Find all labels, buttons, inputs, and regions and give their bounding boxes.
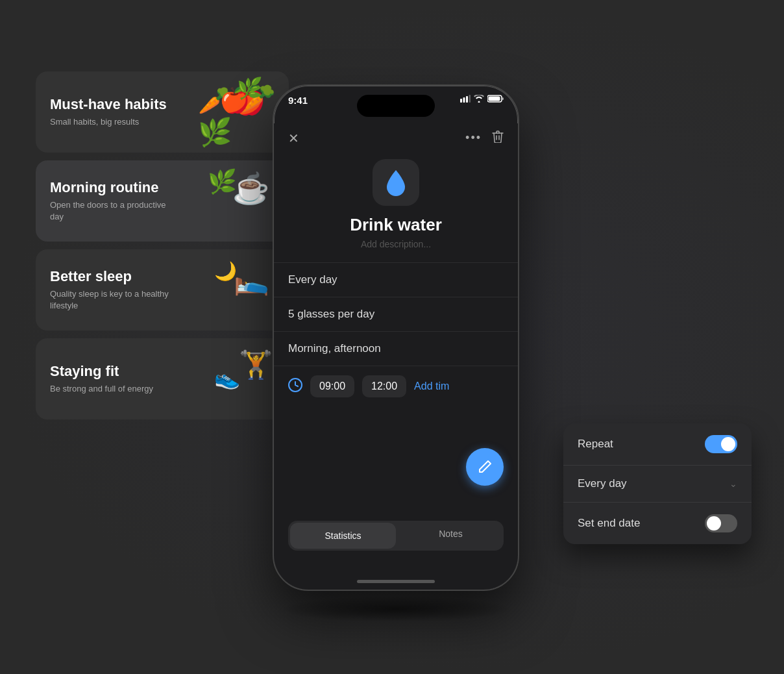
svg-rect-2 <box>466 96 468 103</box>
card-title-1: Must-have habits <box>50 96 198 113</box>
dynamic-island <box>357 95 435 117</box>
card-text-3: Better sleep Quality sleep is key to a h… <box>50 268 198 312</box>
end-date-toggle[interactable] <box>705 514 737 532</box>
phone-nav: ✕ ••• <box>274 123 518 146</box>
svg-rect-6 <box>489 97 500 101</box>
popup-every-day-row[interactable]: Every day ⌄ <box>563 466 752 503</box>
every-day-value: ⌄ <box>729 479 737 489</box>
phone-shadow <box>279 596 513 622</box>
add-time-button[interactable]: Add tim <box>414 381 449 392</box>
phone-frame: 9:41 <box>273 84 519 591</box>
card-morning-routine[interactable]: Morning routine Open the doors to a prod… <box>36 160 289 242</box>
trash-button[interactable] <box>492 130 504 146</box>
battery-icon <box>487 95 504 105</box>
card-text-4: Staying fit Be strong and full of energy <box>50 363 198 395</box>
card-subtitle-4: Be strong and full of energy <box>50 383 180 395</box>
svg-rect-5 <box>502 97 504 100</box>
every-day-label: Every day <box>578 477 627 490</box>
card-image-4: 🏋️ 👟 <box>198 351 276 406</box>
card-title-2: Morning routine <box>50 179 198 196</box>
card-subtitle-2: Open the doors to a productive day <box>50 199 180 223</box>
repeat-popup: Repeat Every day ⌄ Set end date <box>563 423 752 544</box>
end-date-label: Set end date <box>578 517 640 530</box>
popup-end-date-row: Set end date <box>563 503 752 544</box>
habit-name: Drink water <box>350 215 442 235</box>
phone-tabs: Statistics Notes <box>288 521 504 551</box>
status-icons <box>460 95 504 105</box>
svg-rect-0 <box>460 99 462 103</box>
tab-statistics[interactable]: Statistics <box>290 523 396 549</box>
toggle-knob-off <box>707 516 721 530</box>
nav-actions: ••• <box>465 130 504 146</box>
signal-icon <box>460 95 471 105</box>
card-text-2: Morning routine Open the doors to a prod… <box>50 179 198 223</box>
card-title-4: Staying fit <box>50 363 198 380</box>
repeat-label: Repeat <box>578 438 613 451</box>
time-chip-2[interactable]: 12:00 <box>362 375 406 397</box>
goal-row[interactable]: 5 glasses per day <box>274 297 518 331</box>
chevron-down-icon: ⌄ <box>729 479 737 489</box>
card-subtitle-1: Small habits, big results <box>50 116 180 128</box>
time-of-day-row[interactable]: Morning, afternoon <box>274 331 518 366</box>
card-must-have-habits[interactable]: Must-have habits Small habits, big resul… <box>36 71 289 153</box>
time-row[interactable]: 09:00 12:00 Add tim <box>274 366 518 406</box>
close-button[interactable]: ✕ <box>288 131 299 146</box>
time-chip-1[interactable]: 09:00 <box>310 375 354 397</box>
card-image-2: ☕ 🌿 <box>198 173 276 229</box>
card-staying-fit[interactable]: Staying fit Be strong and full of energy… <box>36 338 289 419</box>
habit-description: Add description... <box>361 239 431 249</box>
cards-panel: Must-have habits Small habits, big resul… <box>36 71 289 419</box>
card-title-3: Better sleep <box>50 268 198 285</box>
more-button[interactable]: ••• <box>465 131 482 145</box>
phone-device: 9:41 <box>273 84 519 591</box>
card-image-1: 🥕 🍎 🌿 <box>198 84 276 140</box>
svg-rect-1 <box>463 97 465 103</box>
frequency-row[interactable]: Every day <box>274 262 518 297</box>
habit-icon <box>373 159 419 206</box>
home-indicator <box>357 580 435 583</box>
habit-icon-area: Drink water Add description... <box>274 146 518 256</box>
card-image-3: 🛌 🌙 <box>198 262 276 318</box>
wifi-icon <box>474 95 484 105</box>
popup-repeat-row: Repeat <box>563 423 752 466</box>
card-text-1: Must-have habits Small habits, big resul… <box>50 96 198 129</box>
clock-icon <box>288 378 302 395</box>
detail-rows: Every day 5 glasses per day Morning, aft… <box>274 256 518 413</box>
repeat-toggle[interactable] <box>705 435 737 453</box>
card-better-sleep[interactable]: Better sleep Quality sleep is key to a h… <box>36 249 289 331</box>
tab-notes[interactable]: Notes <box>398 521 504 551</box>
card-subtitle-3: Quality sleep is key to a healthy lifest… <box>50 288 180 312</box>
toggle-knob <box>721 437 735 451</box>
svg-rect-3 <box>469 95 471 103</box>
phone-content: ✕ ••• <box>274 123 518 590</box>
edit-fab-button[interactable] <box>466 448 504 486</box>
